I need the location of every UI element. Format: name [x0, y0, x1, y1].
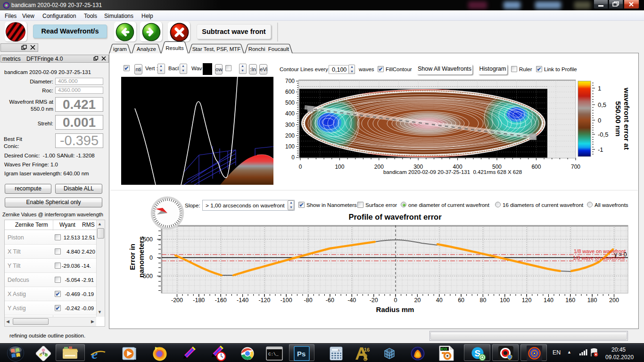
svg-text:180: 180 — [587, 297, 597, 304]
svg-text:Results: Results — [165, 45, 184, 51]
svg-text:-180: -180 — [193, 297, 205, 304]
svg-text:-100: -100 — [281, 297, 292, 304]
svg-text:Analyze: Analyze — [137, 46, 156, 52]
svg-text:ICO: ICO — [441, 347, 447, 351]
svg-text:200: 200 — [609, 297, 619, 304]
svg-text:16: 16 — [364, 347, 370, 353]
svg-text:0: 0 — [598, 117, 601, 124]
svg-text:200: 200 — [285, 132, 295, 139]
svg-text:-140: -140 — [237, 297, 248, 304]
svg-text:-60: -60 — [326, 297, 334, 304]
svg-text:-0,5: -0,5 — [598, 131, 608, 138]
svg-text:-80: -80 — [304, 297, 313, 304]
svg-text:700: 700 — [571, 164, 580, 170]
svg-text:80: 80 — [479, 297, 486, 304]
svg-text:Radius mm: Radius mm — [376, 305, 414, 313]
svg-text:C:\_: C:\_ — [268, 352, 279, 357]
svg-text:100: 100 — [500, 297, 510, 304]
svg-text:550.00 nm: 550.00 nm — [614, 101, 622, 137]
svg-text:0: 0 — [149, 255, 153, 261]
svg-text:120: 120 — [522, 297, 532, 304]
svg-text:Ronchi Foucault: Ronchi Foucault — [248, 46, 289, 52]
svg-text:0: 0 — [291, 154, 295, 161]
svg-text:200: 200 — [374, 164, 384, 170]
svg-text:600: 600 — [531, 164, 541, 170]
svg-text:Error in: Error in — [128, 244, 136, 270]
svg-text:Ps: Ps — [297, 350, 305, 358]
svg-text:40: 40 — [436, 297, 443, 304]
svg-text:100: 100 — [285, 143, 295, 150]
svg-text:140: 140 — [544, 297, 553, 304]
svg-text:wavefront error at: wavefront error at — [623, 87, 631, 150]
svg-text:20: 20 — [414, 297, 421, 304]
svg-text:-1: -1 — [598, 146, 603, 153]
svg-text:300: 300 — [285, 122, 295, 128]
svg-text:Star Test, PSF, MTF: Star Test, PSF, MTF — [192, 46, 241, 52]
svg-text:y = 0: y = 0 — [614, 251, 627, 258]
svg-text:bandicam 2020-02-09 20-37-25-1: bandicam 2020-02-09 20-37-25-131 0.421rm… — [383, 169, 522, 175]
svg-text:160: 160 — [565, 297, 575, 304]
svg-text:-120: -120 — [258, 297, 270, 304]
svg-text:400: 400 — [285, 110, 295, 117]
svg-text:igram: igram — [113, 46, 127, 52]
svg-text:100: 100 — [335, 164, 344, 170]
svg-text:0: 0 — [299, 164, 302, 170]
svg-text:-200: -200 — [171, 297, 183, 304]
svg-text:700: 700 — [285, 78, 295, 84]
svg-text:600: 600 — [285, 89, 295, 95]
svg-text:1: 1 — [598, 85, 601, 92]
svg-text:nanometers: nanometers — [137, 236, 145, 278]
svg-text:0,5: 0,5 — [598, 101, 606, 108]
svg-text:60: 60 — [458, 297, 464, 304]
svg-text:-160: -160 — [215, 297, 227, 304]
svg-text:-20: -20 — [370, 297, 378, 304]
svg-text:-40: -40 — [347, 297, 356, 304]
svg-text:0: 0 — [394, 297, 397, 304]
svg-text:500: 500 — [285, 99, 295, 106]
